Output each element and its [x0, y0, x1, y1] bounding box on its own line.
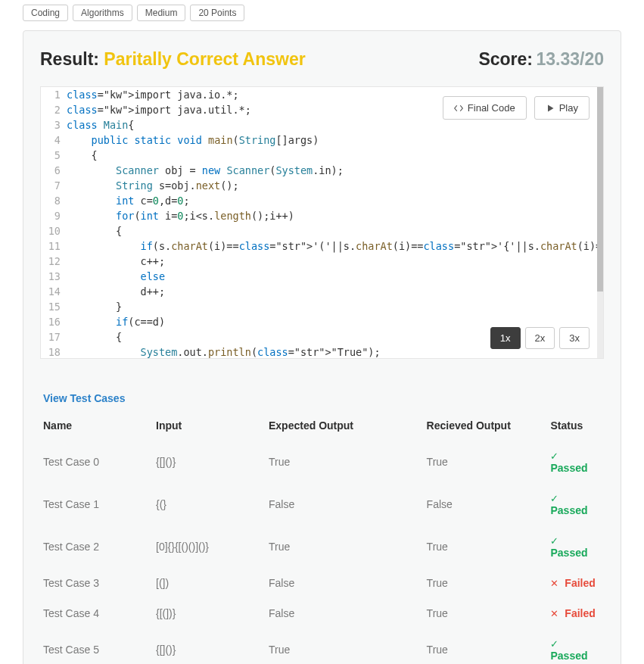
line-code: class="kw">import java.util.*; [67, 102, 251, 117]
line-code: class Main{ [67, 117, 134, 132]
header-received: Recieved Output [424, 410, 548, 441]
cell-name: Test Case 5 [40, 628, 153, 664]
x-icon: ✕ [550, 578, 558, 589]
cell-received: True [424, 525, 548, 568]
header-status: Status [547, 410, 604, 441]
code-line: 5 { [41, 148, 603, 163]
line-code: for(int i=0;i<s.length();i++) [67, 208, 294, 223]
cell-input: [(]) [153, 568, 266, 598]
editor-buttons: Final Code Play [443, 96, 590, 120]
tags-row: CodingAlgorithmsMedium20 Points [0, 0, 644, 30]
editor-scrollbar-track[interactable] [597, 87, 603, 358]
line-code: public static void main(String[]args) [67, 132, 319, 148]
line-number: 1 [41, 87, 67, 102]
speed-1x[interactable]: 1x [490, 327, 521, 349]
speed-3x[interactable]: 3x [559, 327, 590, 349]
table-row: Test Case 0{[]()}TrueTrue✓ Passed [40, 441, 604, 483]
tag-2[interactable]: Medium [137, 5, 186, 21]
test-cases-body: Test Case 0{[]()}TrueTrue✓ PassedTest Ca… [40, 441, 604, 664]
check-icon: ✓ [550, 535, 558, 547]
line-number: 17 [41, 329, 67, 344]
score-block: Score: 13.33/20 [478, 49, 604, 70]
line-code: int c=0,d=0; [67, 193, 190, 208]
line-code: String s=obj.next(); [67, 178, 239, 193]
line-code: else [67, 269, 165, 284]
check-icon: ✓ [550, 493, 558, 504]
cell-status: ✕ Failed [547, 598, 604, 628]
status-label: Failed [562, 607, 595, 619]
line-code: { [67, 148, 98, 163]
table-row: Test Case 3[(])FalseTrue✕ Failed [40, 568, 604, 598]
play-button[interactable]: Play [534, 96, 590, 120]
cell-expected: False [266, 598, 424, 628]
x-icon: ✕ [550, 608, 558, 619]
code-line: 15 } [41, 299, 603, 314]
tag-3[interactable]: 20 Points [190, 5, 244, 21]
cell-received: True [424, 628, 548, 664]
code-line: 3class Main{ [41, 117, 603, 132]
check-icon: ✓ [550, 638, 558, 650]
line-number: 18 [41, 344, 67, 359]
header-name: Name [40, 410, 153, 441]
speed-row: 1x2x3x [490, 327, 590, 349]
editor-scrollbar-thumb[interactable] [597, 87, 603, 291]
final-code-button[interactable]: Final Code [443, 96, 527, 120]
line-code: if(s.charAt(i)==class="str">'('||s.charA… [67, 238, 604, 254]
test-cases-table: Name Input Expected Output Recieved Outp… [40, 410, 604, 664]
code-line: 6 Scanner obj = new Scanner(System.in); [41, 163, 603, 178]
line-number: 16 [41, 314, 67, 329]
cell-expected: True [266, 628, 424, 664]
line-code: System.out.println(class="str">"True"); [67, 344, 381, 359]
line-number: 12 [41, 254, 67, 269]
code-editor[interactable]: 1class="kw">import java.io.*;2class="kw"… [40, 86, 604, 359]
score-value: 13.33/20 [536, 49, 604, 69]
line-number: 4 [41, 132, 67, 148]
table-row: Test Case 2[0]{}{[()()]()}TrueTrue✓ Pass… [40, 525, 604, 568]
cell-expected: False [266, 568, 424, 598]
result-status: Paritally Correct Answer [104, 49, 305, 69]
table-row: Test Case 1{(}FalseFalse✓ Passed [40, 483, 604, 525]
final-code-label: Final Code [468, 102, 515, 114]
view-test-cases-link[interactable]: View Test Cases [40, 392, 604, 404]
code-line: 13 else [41, 269, 603, 284]
table-header-row: Name Input Expected Output Recieved Outp… [40, 410, 604, 441]
line-number: 14 [41, 284, 67, 299]
code-lines: 1class="kw">import java.io.*;2class="kw"… [41, 87, 603, 359]
table-row: Test Case 5{[]()}TrueTrue✓ Passed [40, 628, 604, 664]
cell-received: True [424, 441, 548, 483]
header-expected: Expected Output [266, 410, 424, 441]
cell-input: {[]()} [153, 441, 266, 483]
cell-received: True [424, 598, 548, 628]
line-code: class="kw">import java.io.*; [67, 87, 239, 102]
line-code: { [67, 329, 122, 344]
code-line: 9 for(int i=0;i<s.length();i++) [41, 208, 603, 223]
cell-expected: True [266, 525, 424, 568]
cell-name: Test Case 1 [40, 483, 153, 525]
tag-1[interactable]: Algorithms [73, 5, 132, 21]
line-code: d++; [67, 284, 165, 299]
table-row: Test Case 4{[(])}FalseTrue✕ Failed [40, 598, 604, 628]
tag-0[interactable]: Coding [23, 5, 68, 21]
line-code: Scanner obj = new Scanner(System.in); [67, 163, 344, 178]
cell-input: {[]()} [153, 628, 266, 664]
status-label: Passed [550, 650, 587, 662]
line-code: c++; [67, 254, 165, 269]
check-icon: ✓ [550, 450, 558, 462]
status-label: Passed [550, 504, 587, 516]
code-line: 11 if(s.charAt(i)==class="str">'('||s.ch… [41, 238, 603, 254]
cell-name: Test Case 0 [40, 441, 153, 483]
cell-expected: False [266, 483, 424, 525]
cell-received: True [424, 568, 548, 598]
cell-name: Test Case 4 [40, 598, 153, 628]
status-label: Passed [550, 547, 587, 559]
code-line: 14 d++; [41, 284, 603, 299]
speed-2x[interactable]: 2x [525, 327, 555, 349]
line-code: } [67, 299, 122, 314]
line-number: 8 [41, 193, 67, 208]
code-line: 4 public static void main(String[]args) [41, 132, 603, 148]
cell-input: [0]{}{[()()]()} [153, 525, 266, 568]
line-number: 15 [41, 299, 67, 314]
cell-status: ✓ Passed [547, 628, 604, 664]
line-number: 10 [41, 223, 67, 238]
line-number: 2 [41, 102, 67, 117]
